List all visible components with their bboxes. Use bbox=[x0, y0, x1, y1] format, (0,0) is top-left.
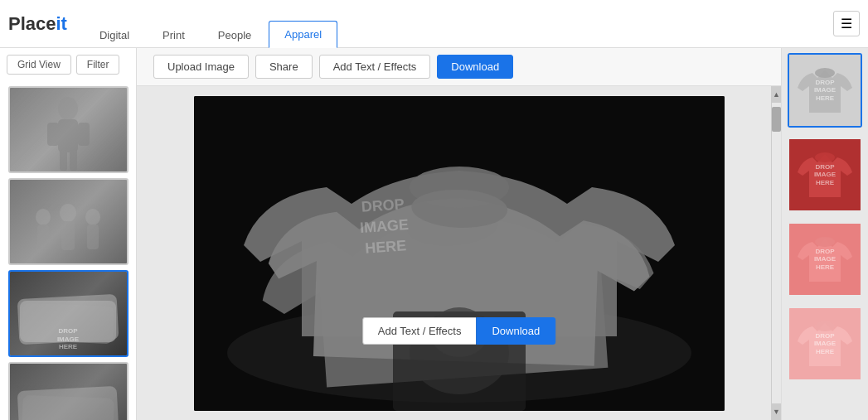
svg-point-32 bbox=[815, 237, 835, 247]
right-thumb-3[interactable]: DROPIMAGEHERE bbox=[788, 222, 862, 297]
svg-point-28 bbox=[815, 68, 835, 78]
main-layout: Grid View Filter bbox=[0, 48, 868, 420]
scroll-thumb[interactable] bbox=[772, 107, 781, 132]
hamburger-button[interactable]: ☰ bbox=[833, 11, 860, 36]
right-thumb-1-inner: DROPIMAGEHERE bbox=[789, 55, 861, 126]
sidebar-controls: Grid View Filter bbox=[0, 48, 136, 81]
nav-tabs: Digital Print People Apparel bbox=[84, 0, 339, 47]
sidebar-thumb-2[interactable] bbox=[8, 178, 129, 265]
header: Placeit Digital Print People Apparel ☰ bbox=[0, 0, 868, 48]
overlay-download-button[interactable]: Download bbox=[476, 317, 555, 345]
sidebar-thumb-1[interactable] bbox=[8, 86, 129, 173]
svg-point-30 bbox=[815, 152, 835, 162]
svg-rect-10 bbox=[61, 221, 75, 250]
tab-people[interactable]: People bbox=[202, 22, 267, 48]
svg-point-34 bbox=[815, 321, 835, 331]
add-text-effects-button[interactable]: Add Text / Effects bbox=[319, 55, 431, 79]
thumb-label-3: DROPIMAGEHERE bbox=[57, 327, 79, 351]
svg-point-7 bbox=[36, 209, 51, 225]
upload-image-button[interactable]: Upload Image bbox=[153, 55, 249, 79]
sidebar: Grid View Filter bbox=[0, 48, 137, 420]
svg-point-9 bbox=[60, 204, 76, 222]
overlay-add-text-effects-button[interactable]: Add Text / Effects bbox=[362, 317, 477, 345]
right-thumb-1[interactable]: DROPIMAGEHERE bbox=[788, 53, 862, 128]
main-canvas-area: DROP IMAGE HERE Add Text / Effects Downl… bbox=[137, 86, 781, 420]
scroll-track bbox=[772, 103, 781, 403]
svg-rect-26 bbox=[194, 96, 725, 411]
scroll-up-button[interactable]: ▲ bbox=[772, 86, 781, 103]
right-thumb-2-inner: DROPIMAGEHERE bbox=[789, 139, 861, 210]
share-button[interactable]: Share bbox=[255, 55, 313, 79]
right-thumb-4-inner: DROPIMAGEHERE bbox=[789, 308, 861, 379]
scroll-down-button[interactable]: ▼ bbox=[772, 403, 781, 420]
tab-digital[interactable]: Digital bbox=[84, 22, 145, 48]
canvas-scrollbar: ▲ ▼ bbox=[771, 86, 781, 420]
toolbar: Upload Image Share Add Text / Effects Do… bbox=[137, 48, 781, 86]
download-button[interactable]: Download bbox=[437, 55, 513, 79]
svg-rect-6 bbox=[10, 88, 127, 171]
svg-point-11 bbox=[85, 209, 100, 225]
logo-brand: it bbox=[56, 13, 67, 34]
logo: Placeit bbox=[8, 13, 67, 35]
hover-overlay: Add Text / Effects Download bbox=[362, 317, 556, 345]
center-content: Upload Image Share Add Text / Effects Do… bbox=[137, 48, 781, 420]
svg-rect-12 bbox=[87, 224, 99, 249]
right-panel: DROPIMAGEHERE DROPIMAGEHERE DROP bbox=[781, 48, 868, 420]
svg-rect-8 bbox=[37, 224, 49, 249]
svg-rect-17 bbox=[22, 395, 114, 420]
tab-print[interactable]: Print bbox=[147, 22, 201, 48]
right-thumb-3-inner: DROPIMAGEHERE bbox=[789, 224, 861, 295]
main-mockup: DROP IMAGE HERE Add Text / Effects Downl… bbox=[194, 96, 725, 411]
right-thumb-4[interactable]: DROPIMAGEHERE bbox=[788, 307, 862, 381]
sidebar-thumb-3[interactable]: DROPIMAGEHERE bbox=[8, 270, 129, 357]
grid-view-button[interactable]: Grid View bbox=[7, 55, 71, 75]
sidebar-thumbnails: DROPIMAGEHERE DROPIMAGEHERE bbox=[0, 81, 136, 420]
sidebar-thumb-4[interactable]: DROPIMAGEHERE bbox=[8, 362, 129, 420]
filter-button[interactable]: Filter bbox=[76, 55, 120, 75]
right-thumb-2[interactable]: DROPIMAGEHERE bbox=[788, 138, 862, 212]
header-right: ☰ bbox=[833, 11, 860, 36]
tab-apparel[interactable]: Apparel bbox=[269, 21, 337, 48]
